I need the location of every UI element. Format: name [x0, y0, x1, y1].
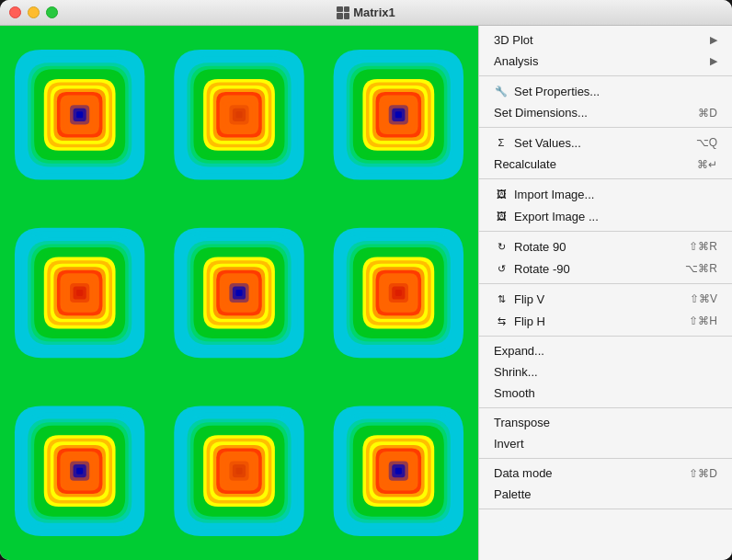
- menu-section-flip: ⇅ Flip V ⇧⌘V ⇆ Flip H ⇧⌘H: [479, 284, 732, 337]
- menu-item-flip-v[interactable]: ⇅ Flip V ⇧⌘V: [479, 288, 732, 310]
- arrow-icon: ▶: [710, 34, 717, 46]
- menu-item-rotate-neg90[interactable]: ↺ Rotate -90 ⌥⌘R: [479, 257, 732, 280]
- menu-item-data-mode[interactable]: Data mode ⇧⌘D: [479, 463, 732, 484]
- menu-item-set-values[interactable]: Σ Set Values... ⌥Q: [479, 131, 732, 154]
- menu-section-rotate: ↻ Rotate 90 ⇧⌘R ↺ Rotate -90 ⌥⌘R: [479, 232, 732, 284]
- import-photo-icon: 🖼: [494, 187, 509, 201]
- window-controls: [9, 6, 58, 18]
- rotate-left-icon: ↺: [494, 261, 509, 276]
- close-button[interactable]: [9, 6, 21, 18]
- matrix-icon: [337, 6, 349, 19]
- wrench-icon: 🔧: [494, 84, 509, 98]
- menu-item-invert[interactable]: Invert: [479, 433, 732, 454]
- menu-section-properties: 🔧 Set Properties... Set Dimensions... ⌘D: [479, 76, 732, 128]
- menu-item-palette[interactable]: Palette: [479, 484, 732, 505]
- menu-item-rotate-90[interactable]: ↻ Rotate 90 ⇧⌘R: [479, 235, 732, 257]
- menu-section-transform: Expand... Shrink... Smooth: [479, 337, 732, 408]
- shortcut-label: ⇧⌘V: [690, 292, 717, 305]
- menu-item-smooth[interactable]: Smooth: [479, 383, 732, 404]
- menu-item-set-dimensions[interactable]: Set Dimensions... ⌘D: [479, 102, 732, 123]
- matrix-visualization: [0, 26, 478, 560]
- menu-item-import-image[interactable]: 🖼 Import Image...: [479, 183, 732, 205]
- flip-h-icon: ⇆: [494, 314, 509, 328]
- shortcut-label: ⇧⌘D: [689, 467, 717, 480]
- menu-section-plot: 3D Plot ▶ Analysis ▶: [479, 26, 732, 76]
- sigma-icon: Σ: [494, 135, 509, 150]
- shortcut-label: ⇧⌘H: [689, 314, 717, 327]
- window-title: Matrix1: [337, 6, 395, 19]
- flip-v-icon: ⇅: [494, 291, 509, 306]
- shortcut-label: ⌥⌘R: [685, 262, 717, 275]
- export-photo-icon: 🖼: [494, 209, 509, 223]
- menu-item-flip-h[interactable]: ⇆ Flip H ⇧⌘H: [479, 310, 732, 332]
- shortcut-label: ⌘↵: [697, 158, 717, 171]
- menu-item-recalculate[interactable]: Recalculate ⌘↵: [479, 154, 732, 175]
- menu-section-values: Σ Set Values... ⌥Q Recalculate ⌘↵: [479, 128, 732, 179]
- menu-item-3d-plot[interactable]: 3D Plot ▶: [479, 29, 732, 51]
- maximize-button[interactable]: [46, 6, 58, 18]
- menu-item-transpose[interactable]: Transpose: [479, 412, 732, 433]
- shortcut-label: ⇧⌘R: [689, 240, 717, 253]
- menu-item-set-properties[interactable]: 🔧 Set Properties...: [479, 80, 732, 102]
- shortcut-label: ⌥Q: [696, 136, 717, 149]
- menu-item-analysis[interactable]: Analysis ▶: [479, 51, 732, 72]
- menu-section-image: 🖼 Import Image... 🖼 Export Image ...: [479, 179, 732, 232]
- menu-section-mode: Data mode ⇧⌘D Palette: [479, 459, 732, 509]
- rotate-right-icon: ↻: [494, 239, 509, 254]
- titlebar: Matrix1: [0, 0, 732, 26]
- menu-item-expand[interactable]: Expand...: [479, 340, 732, 361]
- main-window: Matrix1 3D Plot ▶ Analysis: [0, 0, 732, 560]
- context-menu: 3D Plot ▶ Analysis ▶ 🔧 Set Properties...: [478, 26, 732, 560]
- shortcut-label: ⌘D: [698, 107, 717, 120]
- menu-section-matrix: Transpose Invert: [479, 408, 732, 459]
- menu-item-shrink[interactable]: Shrink...: [479, 361, 732, 383]
- minimize-button[interactable]: [28, 6, 40, 18]
- content-area: 3D Plot ▶ Analysis ▶ 🔧 Set Properties...: [0, 26, 732, 560]
- menu-item-export-image[interactable]: 🖼 Export Image ...: [479, 205, 732, 227]
- arrow-icon: ▶: [710, 55, 717, 67]
